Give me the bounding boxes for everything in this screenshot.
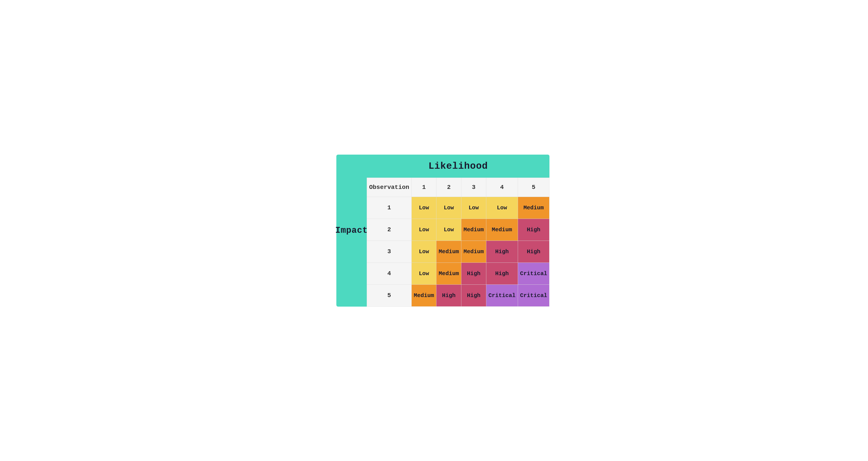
cell-3-4: High xyxy=(486,240,518,262)
table-row: 2LowLowMediumMediumHigh xyxy=(367,219,550,240)
cell-1-3: Low xyxy=(461,197,486,219)
col-1: 1 xyxy=(411,178,436,197)
row-label-5: 5 xyxy=(367,285,412,307)
risk-matrix-table: Observation 1 2 3 4 5 1LowLowLowLowMediu… xyxy=(367,178,550,307)
table-row: 4LowMediumHighHighCritical xyxy=(367,262,550,285)
table-row: 5MediumHighHighCriticalCritical xyxy=(367,285,550,307)
right-section: Likelihood Observation 1 2 3 4 5 xyxy=(367,154,550,307)
col-2: 2 xyxy=(436,178,461,197)
cell-3-5: High xyxy=(518,240,550,262)
row-label-1: 1 xyxy=(367,197,412,219)
cell-5-1: Medium xyxy=(411,285,436,307)
cell-4-4: High xyxy=(486,262,518,285)
cell-1-5: Medium xyxy=(518,197,550,219)
row-label-2: 2 xyxy=(367,219,412,240)
matrix-wrapper: Impact Likelihood Observation 1 2 3 4 5 xyxy=(336,154,532,307)
cell-5-5: Critical xyxy=(518,285,550,307)
outer-container: Impact Likelihood Observation 1 2 3 4 5 xyxy=(330,148,538,313)
row-label-3: 3 xyxy=(367,240,412,262)
cell-3-2: Medium xyxy=(436,240,461,262)
table-row: 3LowMediumMediumHighHigh xyxy=(367,240,550,262)
cell-5-3: High xyxy=(461,285,486,307)
cell-3-3: Medium xyxy=(461,240,486,262)
cell-2-1: Low xyxy=(411,219,436,240)
cell-2-3: Medium xyxy=(461,219,486,240)
table-row: 1LowLowLowLowMedium xyxy=(367,197,550,219)
cell-2-2: Low xyxy=(436,219,461,240)
cell-1-1: Low xyxy=(411,197,436,219)
col-3: 3 xyxy=(461,178,486,197)
col-observation: Observation xyxy=(367,178,412,197)
row-label-4: 4 xyxy=(367,262,412,285)
cell-5-4: Critical xyxy=(486,285,518,307)
cell-4-5: Critical xyxy=(518,262,550,285)
cell-2-5: High xyxy=(518,219,550,240)
cell-5-2: High xyxy=(436,285,461,307)
cell-1-4: Low xyxy=(486,197,518,219)
cell-4-2: Medium xyxy=(436,262,461,285)
cell-4-1: Low xyxy=(411,262,436,285)
header-row: Observation 1 2 3 4 5 xyxy=(367,178,550,197)
cell-4-3: High xyxy=(461,262,486,285)
col-5: 5 xyxy=(518,178,550,197)
impact-label-area: Impact xyxy=(336,154,367,307)
cell-1-2: Low xyxy=(436,197,461,219)
table-area: Observation 1 2 3 4 5 1LowLowLowLowMediu… xyxy=(367,178,550,307)
likelihood-label: Likelihood xyxy=(428,161,488,172)
cell-3-1: Low xyxy=(411,240,436,262)
likelihood-header: Likelihood xyxy=(367,154,550,178)
cell-2-4: Medium xyxy=(486,219,518,240)
impact-label: Impact xyxy=(335,226,368,235)
col-4: 4 xyxy=(486,178,518,197)
